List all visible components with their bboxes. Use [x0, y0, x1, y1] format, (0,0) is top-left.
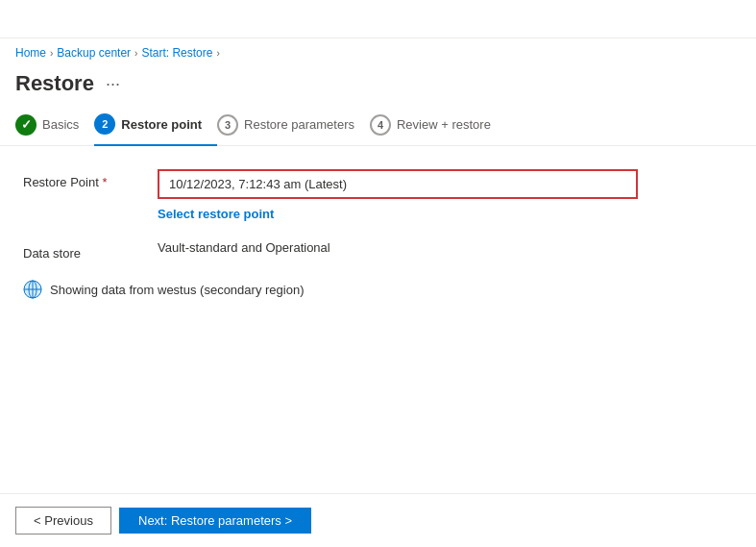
steps-bar: Basics 2 Restore point 3 Restore paramet…: [0, 104, 756, 146]
page-header: Restore ···: [0, 60, 756, 104]
breadcrumb-start-restore[interactable]: Start: Restore: [141, 46, 212, 60]
next-button[interactable]: Next: Restore parameters >: [119, 508, 311, 534]
select-restore-point-link[interactable]: Select restore point: [158, 203, 274, 225]
step-review-restore-circle: 4: [370, 114, 391, 136]
previous-button[interactable]: < Previous: [15, 507, 111, 535]
step-restore-point-label: Restore point: [121, 117, 202, 132]
breadcrumb-chevron-2: ›: [134, 48, 137, 59]
restore-point-value-box: 10/12/2023, 7:12:43 am (Latest): [158, 169, 638, 199]
step-restore-parameters[interactable]: 3 Restore parameters: [217, 105, 370, 145]
breadcrumb-chevron-1: ›: [50, 48, 53, 59]
breadcrumb: Home › Backup center › Start: Restore ›: [0, 38, 756, 60]
info-row: Showing data from westus (secondary regi…: [23, 280, 733, 299]
info-text: Showing data from westus (secondary regi…: [50, 283, 304, 297]
step-review-restore[interactable]: 4 Review + restore: [370, 105, 506, 145]
restore-point-label: Restore Point *: [23, 169, 158, 189]
data-store-label: Data store: [23, 240, 158, 261]
top-bar: [0, 0, 756, 38]
step-basics[interactable]: Basics: [15, 105, 94, 145]
breadcrumb-home[interactable]: Home: [15, 46, 46, 60]
globe-icon: [23, 280, 42, 299]
content-area: Restore Point * 10/12/2023, 7:12:43 am (…: [0, 146, 756, 299]
step-restore-parameters-circle: 3: [217, 114, 238, 136]
action-bar: < Previous Next: Restore parameters >: [0, 493, 756, 547]
restore-point-row: Restore Point * 10/12/2023, 7:12:43 am (…: [23, 169, 733, 225]
data-store-row: Data store Vault-standard and Operationa…: [23, 240, 733, 261]
data-store-value: Vault-standard and Operational: [158, 235, 330, 255]
data-store-control: Vault-standard and Operational: [158, 240, 733, 255]
step-restore-point[interactable]: 2 Restore point: [94, 104, 217, 146]
restore-point-control: 10/12/2023, 7:12:43 am (Latest) Select r…: [158, 169, 733, 225]
required-indicator: *: [102, 175, 107, 189]
step-basics-label: Basics: [42, 117, 79, 132]
breadcrumb-backup-center[interactable]: Backup center: [57, 46, 131, 60]
step-restore-parameters-label: Restore parameters: [244, 117, 354, 132]
breadcrumb-chevron-3: ›: [216, 48, 219, 59]
more-options-icon[interactable]: ···: [102, 72, 124, 96]
step-basics-circle: [15, 114, 37, 136]
page-title: Restore: [15, 71, 94, 96]
step-restore-point-circle: 2: [94, 113, 115, 135]
step-review-restore-label: Review + restore: [397, 117, 491, 132]
